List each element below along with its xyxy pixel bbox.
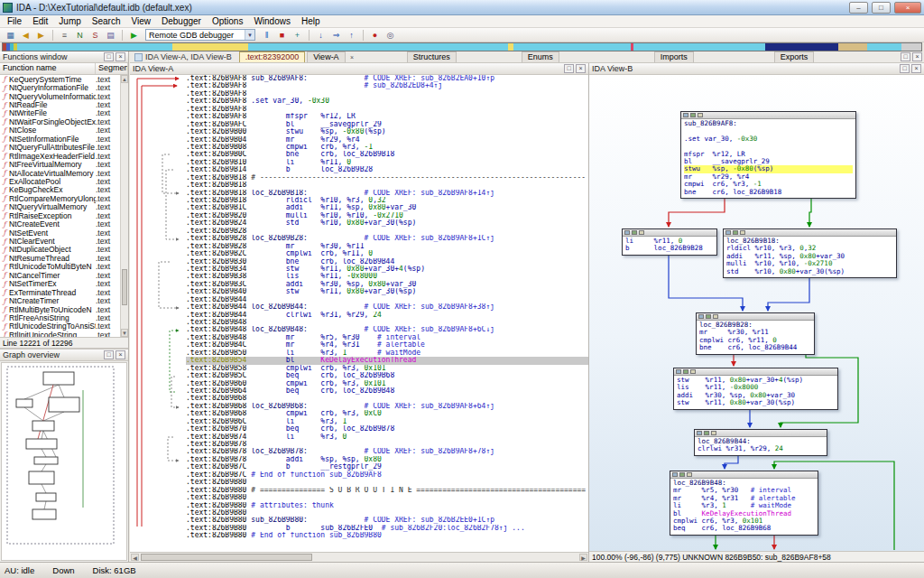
function-row[interactable]: ƒExTerminateThread.text — [0, 288, 120, 296]
graph-node-line[interactable]: lis %r11, -0x8000 — [677, 384, 835, 391]
disasm-line[interactable]: .text:826B9B1C addi %r11, %sp, 0x80+var_… — [186, 204, 588, 211]
graph-node-line[interactable]: bne cr6, loc_826B9B18 — [684, 189, 853, 196]
maximize-button[interactable]: □ — [872, 2, 891, 14]
graph-node-line[interactable]: addi %r30, %sp, 0x80+var_30 — [677, 392, 835, 399]
disassembly-view[interactable]: .text:826B9AF8 sub_826B9AF8: # CODE XREF… — [130, 75, 588, 552]
function-row[interactable]: ƒNtQueryVolumeInformationFile.text — [0, 92, 120, 100]
disasm-line[interactable]: .text:826B9B4C mr %r4, %r31 # alertable — [186, 341, 588, 349]
disasm-line[interactable]: .text:826B9B18 # -----------------------… — [186, 174, 588, 182]
graph-node-line[interactable]: .set var_30, -0x30 — [684, 135, 853, 143]
disasm-line[interactable]: .text:826B9B40 stw %r11, 0x80+var_30(%sp… — [186, 288, 588, 295]
disasm-line[interactable]: .text:826B9B80 # End of function sub_826… — [186, 532, 588, 539]
menu-file[interactable]: File — [2, 16, 27, 26]
function-row[interactable]: ƒRtlUnicodeStringToAnsiString.text — [0, 322, 120, 331]
graph-node-line[interactable]: bne cr6, loc_826B9B44 — [699, 344, 811, 351]
function-row[interactable]: ƒNtClose.text — [0, 126, 120, 135]
graph-node-line[interactable]: cmplwi cr6, %r11, 0 — [699, 337, 811, 344]
graph-node-line[interactable]: mulli %r10, %r10, -0x2710 — [726, 260, 893, 267]
close-icon[interactable]: × — [911, 64, 921, 73]
disasm-line[interactable]: .text:826B9B78 — [186, 441, 588, 448]
disasm-line[interactable]: .text:826B9AF8 — [186, 90, 588, 98]
disasm-line[interactable]: .text:826B9B18 — [186, 182, 588, 189]
scroll-right-icon[interactable]: ▶ — [579, 554, 587, 561]
function-row[interactable]: ƒNtWriteFile.text — [0, 109, 120, 117]
graph-node-line[interactable]: bl KeDelayExecutionThread — [673, 510, 815, 517]
disasm-line[interactable]: .text:826B9B78 addi %sp, %sp, 0x80 — [186, 456, 588, 463]
graph-node-line[interactable]: stw %r11, 0x80+var_30(%sp) — [677, 399, 835, 406]
disasm-line[interactable]: .text:826B9B28 mr %r30, %r11 — [186, 243, 588, 250]
graph-node-line[interactable]: mr %r4, %r31 # alertable — [673, 495, 815, 502]
tab--text-82392000[interactable]: .text:82392000 — [239, 51, 306, 62]
graph-node[interactable]: stw %r11, 0x80+var_30+4(%sp)lis %r11, -0… — [673, 368, 838, 410]
menu-debugger[interactable]: Debugger — [156, 16, 207, 26]
run-until-return-icon[interactable]: ↑ — [345, 29, 358, 42]
disasm-line[interactable]: .text:826B9B48 — [186, 319, 588, 326]
graph-node-line[interactable]: loc_826B9B44: — [698, 438, 824, 445]
disasm-line[interactable]: .text:826B9B68 cmpwi cr6, %r3, 0xC0 — [186, 410, 588, 417]
graph-node-line[interactable]: cmpwi cr6, %r3, -1 — [684, 181, 853, 188]
attach-process-icon[interactable]: + — [291, 29, 304, 42]
disasm-line[interactable]: .text:826B9B14 b loc_826B9B28 — [186, 166, 588, 173]
function-row[interactable]: ƒNtResumeThread.text — [0, 254, 120, 262]
navigation-band[interactable] — [2, 42, 922, 51]
graph-node-line[interactable]: beq cr6, loc_826B9B68 — [673, 525, 815, 532]
graph-node-line[interactable]: rldicl %r10, %r3, 0,32 — [726, 245, 893, 252]
debugger-select[interactable]: Remote GDB debugger ▼ — [145, 29, 255, 41]
stop-process-icon[interactable]: ■ — [275, 29, 289, 42]
step-over-icon[interactable]: ⇒ — [329, 29, 343, 42]
disasm-line[interactable]: .text:826B9B5C beq cr6, loc_826B9B68 — [186, 372, 588, 379]
disasm-line[interactable]: .text:826B9AFC bl __savegprlr_29 — [186, 121, 588, 128]
strings-window-icon[interactable]: S — [88, 29, 102, 42]
disasm-line[interactable]: .text:826B9B54 bl KeDelayExecutionThread — [186, 357, 588, 364]
save-icon[interactable]: ▦ — [4, 29, 17, 42]
function-row[interactable]: ƒRtlMultiByteToUnicodeN.text — [0, 305, 120, 313]
disasm-line[interactable]: .text:826B9B78 loc_826B9B78: # CODE XREF… — [186, 448, 588, 455]
disasm-line[interactable]: .text:826B9B7C b __restgprlr_29 — [186, 463, 588, 471]
graph-node-line[interactable] — [684, 143, 853, 150]
graph-node-line[interactable]: loc_826B9B28: — [699, 322, 811, 329]
graph-node-line[interactable]: mr %r29, %r4 — [684, 173, 853, 181]
scroll-up-icon[interactable]: ▲ — [121, 75, 128, 83]
tab-structures[interactable]: Structures — [407, 51, 457, 62]
graph-node-line[interactable]: b loc_826B9B28 — [625, 245, 714, 252]
graph-node-line[interactable]: clrlwi %r31, %r29, 24 — [698, 445, 824, 452]
function-row[interactable]: ƒKeBugCheckEx.text — [0, 186, 120, 194]
disasm-line[interactable]: .text:826B9B60 cmpwi cr6, %r3, 0x101 — [186, 380, 588, 387]
function-row[interactable]: ƒExAllocatePool.text — [0, 177, 120, 185]
graph-node[interactable]: loc_826B9B28:mr %r30, %r11cmplwi cr6, %r… — [696, 312, 815, 355]
menu-search[interactable]: Search — [87, 16, 126, 26]
disasm-line[interactable]: .text:826B9B08 cmpwi cr6, %r3, -1 — [186, 144, 588, 151]
disasm-line[interactable]: .text:826B9B34 stw %r11, 0x80+var_30+4(%… — [186, 266, 588, 273]
disasm-line[interactable]: .text:826B9B18 loc_826B9B18: # CODE XREF… — [186, 190, 588, 197]
graph-overview-map[interactable] — [2, 363, 127, 558]
disasm-line[interactable]: .text:826B9B58 cmplwi cr6, %r3, 0x101 — [186, 365, 588, 372]
disasm-line[interactable]: .text:826B9B74 li %r3, 0 — [186, 434, 588, 441]
disasm-line[interactable]: .text:826B9AF8 — [186, 106, 588, 113]
graph-node-line[interactable]: sub_826B9AF8: — [684, 120, 853, 127]
nav-forward-icon[interactable]: ▶ — [34, 29, 48, 42]
disasm-line[interactable]: .text:826B9B04 mr %r29, %r4 — [186, 136, 588, 144]
menu-help[interactable]: Help — [296, 16, 326, 26]
function-row[interactable]: ƒNtQueryVirtualMemory.text — [0, 203, 120, 211]
disasm-line[interactable]: .text:826B9AF8 sub_826B9AF8: # CODE XREF… — [186, 75, 588, 82]
chevron-down-icon[interactable]: ▼ — [245, 30, 254, 40]
disasm-line[interactable]: .text:826B9B10 li %r11, 0 — [186, 159, 588, 166]
disasm-line[interactable]: .text:826B9B80 b sub_826B2FE0 # sub_826B… — [186, 525, 588, 532]
undock-icon[interactable]: □ — [564, 64, 574, 73]
function-row[interactable]: ƒRtlUnicodeToMultiByteN.text — [0, 263, 120, 271]
function-row[interactable]: ƒRtlFreeAnsiString.text — [0, 313, 120, 322]
function-row[interactable]: ƒRtlCompareMemoryUlong.text — [0, 194, 120, 202]
disasm-line[interactable]: .text:826B9B80 — [186, 494, 588, 501]
function-row[interactable]: ƒNtFreeVirtualMemory.text — [0, 160, 120, 168]
graph-node[interactable]: loc_826B9B44:clrlwi %r31, %r29, 24 — [694, 429, 827, 456]
disasm-line[interactable]: .text:826B9B80 # attributes: thunk — [186, 502, 588, 509]
column-function-name[interactable]: Function name — [0, 63, 96, 74]
tab-enums[interactable]: Enums — [522, 51, 559, 62]
scroll-left-icon[interactable]: ◀ — [131, 554, 139, 561]
disasm-line[interactable]: .text:826B9B64 beq cr6, loc_826B9B48 — [186, 387, 588, 395]
function-row[interactable]: ƒNtQueryInformationFile.text — [0, 83, 120, 91]
menu-view[interactable]: View — [126, 16, 157, 26]
disasm-line[interactable]: .text:826B9B44 — [186, 296, 588, 303]
function-row[interactable]: ƒNtSetInformationFile.text — [0, 135, 120, 143]
tab-view-a[interactable]: View-A — [307, 51, 345, 62]
